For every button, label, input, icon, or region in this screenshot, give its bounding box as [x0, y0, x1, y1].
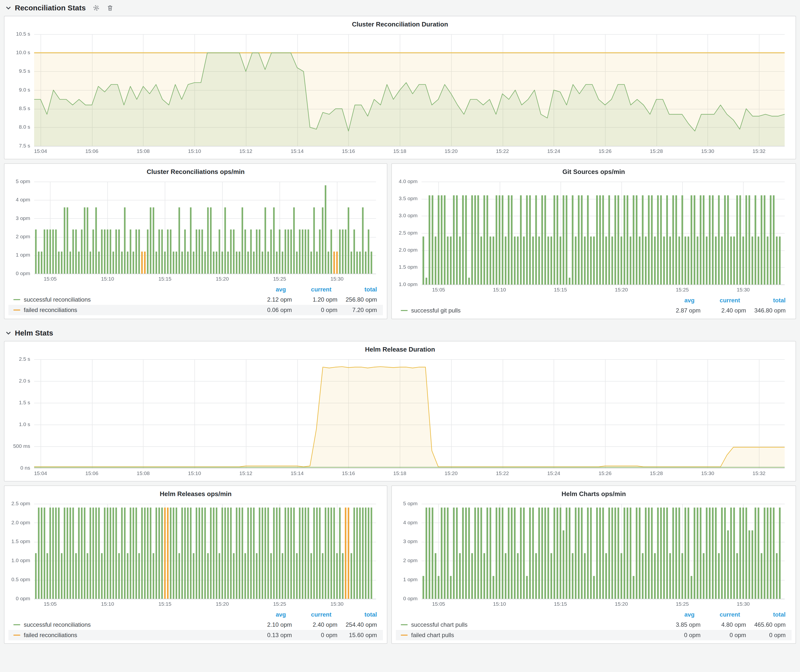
- legend-col-total[interactable]: total: [740, 297, 792, 304]
- series-avg: 0.13 opm: [246, 632, 292, 638]
- series-avg: 2.12 opm: [246, 296, 292, 303]
- panel-cluster-reconciliation-duration: Cluster Reconciliation Duration: [4, 16, 796, 159]
- series-current: 0 opm: [701, 632, 746, 638]
- legend-helm-charts: avg current total successful chart pulls…: [396, 610, 792, 640]
- legend-row-failed-chart-pulls: failed chart pulls 0 opm 0 opm 0 opm: [396, 630, 792, 640]
- trash-icon[interactable]: [105, 2, 115, 13]
- series-avg: 0.06 opm: [246, 307, 292, 314]
- series-name[interactable]: failed reconciliations: [24, 632, 246, 638]
- chevron-down-icon: [5, 330, 12, 336]
- series-current: 0 opm: [292, 632, 338, 638]
- series-color-icon: [13, 635, 20, 636]
- legend-row-failed-reconciliations: failed reconciliations 0.06 opm 0 opm 7.…: [8, 305, 383, 315]
- series-color-icon: [13, 299, 20, 300]
- series-current: 4.80 opm: [701, 621, 746, 628]
- section-reconciliation-stats[interactable]: Reconciliation Stats: [0, 0, 800, 16]
- series-color-icon: [401, 310, 408, 311]
- series-name[interactable]: failed chart pulls: [411, 632, 655, 638]
- legend-header: avg current total: [8, 285, 383, 294]
- panel-helm-release-duration: Helm Release Duration: [4, 341, 796, 482]
- legend-col-avg[interactable]: avg: [240, 286, 286, 293]
- series-current: 2.40 opm: [292, 621, 338, 628]
- series-color-icon: [401, 624, 408, 625]
- cluster-reconciliations-ops-chart[interactable]: [8, 178, 383, 283]
- series-color-icon: [401, 635, 408, 636]
- helm-charts-ops-chart[interactable]: [396, 500, 792, 609]
- section-title: Helm Stats: [15, 329, 53, 337]
- section-title: Reconciliation Stats: [15, 4, 86, 12]
- panel-title-helm-release-duration[interactable]: Helm Release Duration: [8, 343, 792, 355]
- series-total: 465.60 opm: [746, 621, 792, 628]
- series-current: 1.20 opm: [292, 296, 338, 303]
- series-name[interactable]: failed reconciliations: [24, 307, 246, 314]
- legend-header: avg current total: [396, 610, 792, 619]
- legend-col-current[interactable]: current: [694, 611, 740, 618]
- series-color-icon: [13, 624, 20, 625]
- section-helm-stats[interactable]: Helm Stats: [0, 325, 800, 341]
- legend-header: avg current total: [8, 610, 383, 619]
- legend-row-failed-reconciliations: failed reconciliations 0.13 opm 0 opm 15…: [8, 630, 383, 640]
- gear-icon[interactable]: [91, 2, 102, 13]
- legend-col-avg[interactable]: avg: [240, 611, 286, 618]
- series-avg: 0 opm: [655, 632, 701, 638]
- series-avg: 2.10 opm: [246, 621, 292, 628]
- helm-releases-ops-chart[interactable]: [8, 500, 383, 609]
- series-total: 15.60 opm: [338, 632, 383, 638]
- panel-helm-charts-ops: Helm Charts ops/min avg current total su…: [391, 485, 796, 644]
- panel-title-git-sources-ops[interactable]: Git Sources ops/min: [396, 166, 792, 178]
- panel-title-helm-charts-ops[interactable]: Helm Charts ops/min: [396, 488, 792, 500]
- panel-title-cluster-reconciliations-ops[interactable]: Cluster Reconciliations ops/min: [8, 166, 383, 178]
- legend-row-successful-git-pulls: successful git pulls 2.87 opm 2.40 opm 3…: [396, 305, 792, 316]
- legend-col-total[interactable]: total: [740, 611, 792, 618]
- dashboard: Reconciliation Stats Cluster Reconciliat…: [0, 0, 800, 672]
- panel-title-cluster-reconciliation-duration[interactable]: Cluster Reconciliation Duration: [8, 18, 792, 30]
- series-total: 0 opm: [746, 632, 792, 638]
- series-color-icon: [13, 310, 20, 310]
- legend-helm-releases: avg current total successful reconciliat…: [8, 610, 383, 640]
- legend-cluster-reconciliations: avg current total successful reconciliat…: [8, 285, 383, 315]
- legend-col-avg[interactable]: avg: [649, 611, 694, 618]
- series-total: 346.80 opm: [746, 307, 792, 314]
- legend-col-total[interactable]: total: [331, 286, 383, 293]
- series-name[interactable]: successful reconciliations: [24, 621, 246, 628]
- legend-header: avg current total: [396, 295, 792, 305]
- legend-col-current[interactable]: current: [694, 297, 740, 304]
- series-total: 7.20 opm: [338, 307, 383, 314]
- panel-git-sources-ops: Git Sources ops/min avg current total su…: [391, 163, 796, 319]
- chevron-down-icon: [5, 5, 12, 11]
- legend-row-successful-reconciliations: successful reconciliations 2.12 opm 1.20…: [8, 294, 383, 305]
- series-avg: 3.85 opm: [655, 621, 701, 628]
- series-current: 0 opm: [292, 307, 338, 314]
- series-total: 254.40 opm: [338, 621, 383, 628]
- series-total: 256.80 opm: [338, 296, 383, 303]
- series-name[interactable]: successful reconciliations: [24, 296, 246, 303]
- panel-title-helm-releases-ops[interactable]: Helm Releases ops/min: [8, 488, 383, 500]
- legend-git-sources: avg current total successful git pulls 2…: [396, 295, 792, 316]
- series-name[interactable]: successful git pulls: [411, 307, 655, 314]
- git-sources-ops-chart[interactable]: [396, 178, 792, 294]
- cluster-reconciliation-duration-chart[interactable]: [8, 30, 792, 156]
- panel-helm-releases-ops: Helm Releases ops/min avg current total …: [4, 485, 387, 644]
- series-avg: 2.87 opm: [655, 307, 701, 314]
- legend-col-total[interactable]: total: [331, 611, 383, 618]
- legend-row-successful-chart-pulls: successful chart pulls 3.85 opm 4.80 opm…: [396, 619, 792, 630]
- series-current: 2.40 opm: [701, 307, 746, 314]
- helm-release-duration-chart[interactable]: [8, 355, 792, 478]
- legend-col-current[interactable]: current: [286, 286, 331, 293]
- legend-col-current[interactable]: current: [286, 611, 331, 618]
- legend-col-avg[interactable]: avg: [649, 297, 694, 304]
- series-name[interactable]: successful chart pulls: [411, 621, 655, 628]
- legend-row-successful-reconciliations: successful reconciliations 2.10 opm 2.40…: [8, 619, 383, 630]
- panel-cluster-reconciliations-ops: Cluster Reconciliations ops/min avg curr…: [4, 163, 387, 319]
